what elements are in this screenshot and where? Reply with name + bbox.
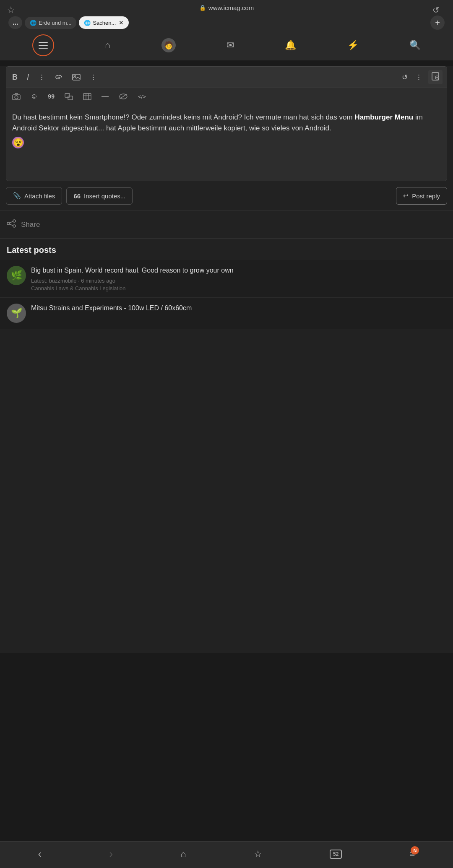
- tab-1-label: Erde und m...: [39, 20, 71, 26]
- url-bar-row: ☆ 🔒 www.icmag.com ↺: [7, 4, 446, 16]
- editor-toolbar-top: B I ⋮ ⋮ ↺ ⋮: [6, 67, 447, 88]
- post-content-0: Big bust in Spain. World record haul. Go…: [31, 266, 446, 291]
- svg-point-5: [15, 96, 18, 99]
- tab-1-globe: 🌐: [30, 20, 36, 26]
- hide-button[interactable]: [117, 92, 130, 101]
- tab-2-label: Sachen...: [93, 20, 116, 26]
- post-avatar-0: 🌿: [7, 266, 26, 285]
- bold-button[interactable]: B: [10, 72, 19, 83]
- tab-2-globe: 🌐: [84, 20, 91, 26]
- post-content-1: Mitsu Strains and Experiments - 100w LED…: [31, 304, 446, 315]
- more-options-3-button[interactable]: ⋮: [414, 72, 424, 83]
- svg-point-14: [13, 220, 16, 222]
- attach-files-button[interactable]: 📎 Attach files: [6, 187, 62, 205]
- svg-point-15: [7, 222, 10, 225]
- camera-button[interactable]: [10, 92, 22, 101]
- tab-2[interactable]: 🌐 Sachen... ✕: [79, 16, 129, 29]
- avatar-icon[interactable]: 🧑: [161, 38, 176, 52]
- tab-1[interactable]: 🌐 Erde und m...: [25, 17, 76, 29]
- hamburger-menu-button[interactable]: [32, 34, 54, 56]
- reload-icon[interactable]: ↺: [432, 5, 440, 15]
- latest-posts-heading: Latest posts: [0, 239, 453, 260]
- insert-quotes-label: Insert quotes...: [84, 192, 125, 200]
- action-buttons-row: 📎 Attach files 66 Insert quotes... ↩ Pos…: [0, 181, 453, 211]
- editor-emoji-sticker: [12, 137, 24, 148]
- undo-button[interactable]: ↺: [400, 72, 409, 83]
- bell-icon[interactable]: 🔔: [285, 40, 296, 51]
- post-item-0[interactable]: 🌿 Big bust in Spain. World record haul. …: [0, 260, 453, 298]
- avatar-placeholder: 🧑: [164, 41, 173, 50]
- hamburger-line-1: [39, 42, 48, 43]
- post-reply-icon: ↩: [403, 192, 409, 200]
- latest-posts-section: Latest posts 🌿 Big bust in Spain. World …: [0, 239, 453, 329]
- more-options-1-button[interactable]: ⋮: [36, 72, 47, 83]
- page-content: B I ⋮ ⋮ ↺ ⋮: [0, 66, 453, 653]
- tabs-row: ... 🌐 Erde und m... 🌐 Sachen... ✕ +: [7, 16, 446, 30]
- editor-text-area[interactable]: Du hast bestimmt kein Smartphone!? Oder …: [6, 105, 447, 181]
- share-row[interactable]: Share: [0, 211, 453, 238]
- reply-editor: B I ⋮ ⋮ ↺ ⋮: [6, 66, 447, 181]
- gallery-button[interactable]: [63, 92, 75, 101]
- editor-toolbar-bottom: ☺ 99 —: [6, 88, 447, 105]
- hamburger-line-3: [39, 48, 48, 49]
- share-label: Share: [21, 221, 40, 229]
- editor-content-text: Du hast bestimmt kein Smartphone!? Oder …: [12, 113, 354, 121]
- tab-2-close[interactable]: ✕: [119, 19, 124, 26]
- hr-button[interactable]: —: [100, 91, 110, 101]
- svg-rect-0: [73, 74, 80, 80]
- svg-rect-8: [83, 94, 91, 100]
- post-category-0: Cannabis Laws & Cannabis Legislation: [31, 285, 446, 291]
- quote-button[interactable]: 99: [46, 92, 56, 101]
- mail-icon[interactable]: ✉: [226, 40, 234, 51]
- share-icon: [7, 219, 16, 230]
- quotes-count: 66: [73, 192, 81, 200]
- home-icon[interactable]: ⌂: [105, 40, 110, 51]
- post-avatar-1: 🌱: [7, 304, 26, 323]
- url-bar[interactable]: 🔒 www.icmag.com: [199, 4, 254, 11]
- lock-icon: 🔒: [199, 5, 206, 11]
- add-tab-button[interactable]: +: [430, 16, 445, 30]
- post-reply-button[interactable]: ↩ Post reply: [396, 187, 447, 205]
- svg-line-17: [10, 221, 13, 223]
- bookmark-star-icon[interactable]: ☆: [7, 5, 15, 16]
- post-title-0: Big bust in Spain. World record haul. Go…: [31, 266, 446, 275]
- document-button[interactable]: [428, 70, 443, 84]
- svg-point-16: [13, 225, 16, 227]
- image-button[interactable]: [70, 73, 82, 81]
- insert-quotes-button[interactable]: 66 Insert quotes...: [66, 187, 133, 205]
- bottom-spacer: [0, 329, 453, 359]
- editor-bold-text: Hamburger Menu: [354, 113, 413, 121]
- post-reply-label: Post reply: [412, 192, 440, 200]
- link-button[interactable]: [53, 73, 65, 81]
- url-text: www.icmag.com: [208, 4, 254, 11]
- attach-files-label: Attach files: [24, 192, 55, 200]
- search-icon[interactable]: 🔍: [409, 40, 421, 51]
- nav-bar: ⌂ 🧑 ✉ 🔔 ⚡ 🔍: [0, 30, 453, 60]
- attach-icon: 📎: [13, 192, 21, 200]
- post-title-1: Mitsu Strains and Experiments - 100w LED…: [31, 304, 446, 313]
- more-options-2-button[interactable]: ⋮: [88, 72, 99, 83]
- browser-chrome: ☆ 🔒 www.icmag.com ↺ ... 🌐 Erde und m... …: [0, 0, 453, 30]
- code-button[interactable]: </>: [136, 93, 148, 101]
- post-item-1[interactable]: 🌱 Mitsu Strains and Experiments - 100w L…: [0, 298, 453, 329]
- post-meta-0: Latest: buzzmobile · 6 minutes ago: [31, 277, 446, 285]
- hamburger-line-2: [39, 45, 48, 46]
- svg-rect-6: [65, 94, 70, 97]
- italic-button[interactable]: I: [25, 72, 31, 83]
- flash-icon[interactable]: ⚡: [347, 40, 359, 51]
- svg-rect-7: [68, 96, 73, 100]
- tabs-overflow-btn[interactable]: ...: [8, 16, 22, 29]
- table-button[interactable]: [81, 92, 93, 101]
- svg-line-18: [10, 224, 13, 226]
- emoji-button[interactable]: ☺: [29, 91, 39, 101]
